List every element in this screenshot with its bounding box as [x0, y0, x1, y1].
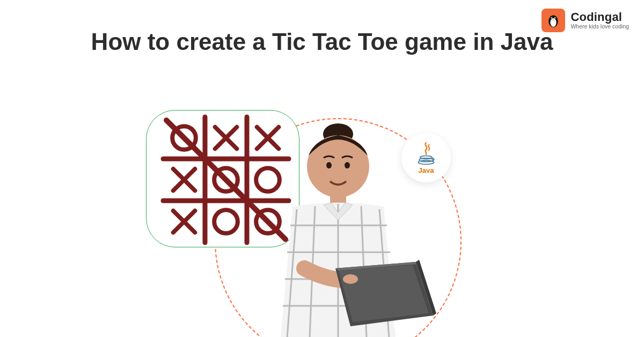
- java-icon: [415, 142, 437, 165]
- illustration-stage: Java: [0, 97, 644, 337]
- svg-point-39: [343, 274, 358, 284]
- page-title: How to create a Tic Tac Toe game in Java: [0, 27, 644, 56]
- svg-point-42: [418, 160, 434, 164]
- svg-point-22: [214, 210, 238, 233]
- brand-name: Codingal: [570, 11, 629, 24]
- svg-point-28: [345, 162, 350, 169]
- svg-point-5: [555, 17, 555, 18]
- java-badge: Java: [401, 133, 451, 182]
- svg-point-27: [326, 162, 332, 169]
- svg-point-4: [552, 17, 552, 18]
- laptop-icon: [335, 260, 436, 326]
- java-label: Java: [419, 166, 434, 174]
